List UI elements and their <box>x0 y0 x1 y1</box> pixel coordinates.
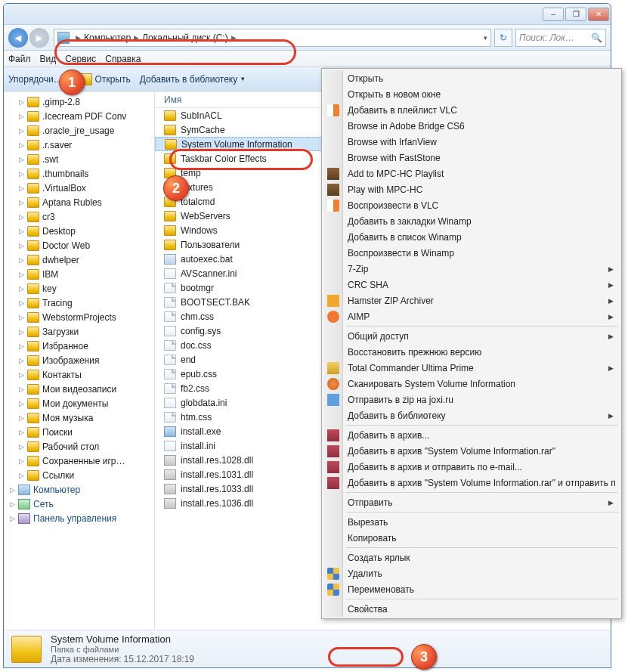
expand-icon[interactable]: ▷ <box>17 370 26 379</box>
tree-folder[interactable]: ▷.r.saver <box>4 138 154 152</box>
expand-icon[interactable]: ▷ <box>17 299 26 307</box>
tree-folder[interactable]: ▷Поиски <box>4 425 154 439</box>
context-item[interactable]: Сканировать System Volume Information <box>323 376 620 392</box>
tree-folder[interactable]: ▷Ссылки <box>4 468 154 482</box>
expand-icon[interactable]: ▷ <box>17 356 26 364</box>
context-item[interactable]: Воспроизвести в VLC <box>323 197 620 213</box>
expand-icon[interactable]: ▷ <box>17 241 26 249</box>
tree-folder[interactable]: ▷Мои документы <box>4 396 154 410</box>
expand-icon[interactable]: ▷ <box>17 270 26 278</box>
context-item[interactable]: Создать ярлык <box>323 550 620 565</box>
context-item[interactable]: Общий доступ▶ <box>323 328 620 344</box>
tree-folder[interactable]: ▷.swt <box>4 152 154 166</box>
context-item[interactable]: 7-Zip▶ <box>323 261 620 277</box>
context-item[interactable]: Добавить в плейлист VLC <box>323 102 620 118</box>
search-input[interactable]: Поиск: Лок… 🔍 <box>515 29 606 47</box>
context-item[interactable]: Свойства <box>323 601 620 617</box>
expand-icon[interactable]: ▷ <box>17 169 26 178</box>
expand-icon[interactable]: ▷ <box>17 313 26 321</box>
tree-computer[interactable]: ▷Компьютер <box>4 482 154 497</box>
tree-folder[interactable]: ▷Tracing <box>4 296 154 310</box>
menu-file[interactable]: Файл <box>8 54 31 64</box>
maximize-button[interactable]: ❐ <box>565 8 586 21</box>
tree-net[interactable]: ▷Сеть <box>4 497 154 511</box>
menu-service[interactable]: Сервис <box>65 54 96 64</box>
tree-folder[interactable]: ▷Избранное <box>4 339 154 353</box>
context-item[interactable]: CRC SHA▶ <box>323 277 620 293</box>
context-item[interactable]: Отправить в zip на joxi.ru <box>323 392 620 407</box>
tree-folder[interactable]: ▷Рабочий стол <box>4 439 154 454</box>
context-item[interactable]: Добавить в список Winamp <box>323 229 620 245</box>
close-button[interactable]: ✕ <box>588 8 609 21</box>
context-item[interactable]: Browse with FastStone <box>323 150 620 166</box>
context-item[interactable]: Восстановить прежнюю версию <box>323 344 620 360</box>
tree-folder[interactable]: ▷.oracle_jre_usage <box>4 123 154 138</box>
refresh-button[interactable]: ↻ <box>494 29 512 47</box>
expand-icon[interactable]: ▷ <box>8 485 17 494</box>
expand-icon[interactable]: ▷ <box>17 457 26 465</box>
expand-icon[interactable]: ▷ <box>17 198 26 206</box>
context-item[interactable]: Browse in Adobe Bridge CS6 <box>323 118 620 134</box>
context-item[interactable]: Добавить в архив... <box>323 427 620 443</box>
tree-folder[interactable]: ▷.gimp-2.8 <box>4 94 154 109</box>
expand-icon[interactable]: ▷ <box>17 413 26 422</box>
context-item[interactable]: Add to MPC-HC Playlist <box>323 166 620 181</box>
forward-button[interactable]: ► <box>29 28 49 48</box>
breadcrumb-computer[interactable]: Компьютер <box>84 33 131 43</box>
expand-icon[interactable]: ▷ <box>17 428 26 436</box>
folder-tree[interactable]: ▷.gimp-2.8▷.Icecream PDF Conv▷.oracle_jr… <box>4 91 155 630</box>
expand-icon[interactable]: ▷ <box>8 514 17 522</box>
context-item[interactable]: Total Commander Ultima Prime▶ <box>323 360 620 376</box>
add-to-library-button[interactable]: Добавить в библиотеку▼ <box>140 74 246 85</box>
expand-icon[interactable]: ▷ <box>17 141 26 149</box>
tree-folder[interactable]: ▷WebstormProjects <box>4 310 154 324</box>
expand-icon[interactable]: ▷ <box>17 327 26 336</box>
tree-folder[interactable]: ▷dwhelper <box>4 252 154 267</box>
context-item[interactable]: Добавить в архив "System Volume Informat… <box>323 443 620 459</box>
expand-icon[interactable]: ▷ <box>17 471 26 479</box>
expand-icon[interactable]: ▷ <box>17 126 26 135</box>
tree-folder[interactable]: ▷.VirtualBox <box>4 181 154 195</box>
context-item[interactable]: Копировать <box>323 530 620 546</box>
context-item[interactable]: Добавить в архив и отправить по e-mail..… <box>323 459 620 475</box>
context-item[interactable]: Удалить <box>323 565 620 581</box>
expand-icon[interactable]: ▷ <box>17 255 26 264</box>
expand-icon[interactable]: ▷ <box>8 500 17 508</box>
expand-icon[interactable]: ▷ <box>17 155 26 163</box>
tree-folder[interactable]: ▷Моя музыка <box>4 410 154 425</box>
expand-icon[interactable]: ▷ <box>17 442 26 451</box>
context-item[interactable]: Browse with IrfanView <box>323 134 620 150</box>
context-item[interactable]: Воспроизвести в Winamp <box>323 245 620 261</box>
tree-folder[interactable]: ▷Изображения <box>4 353 154 367</box>
minimize-button[interactable]: – <box>543 8 564 21</box>
menu-view[interactable]: Вид <box>40 54 57 64</box>
tree-folder[interactable]: ▷Сохраненные игр… <box>4 454 154 468</box>
tree-folder[interactable]: ▷Aptana Rubles <box>4 195 154 209</box>
breadcrumb-drive-c[interactable]: Локальный диск (C:) <box>142 33 228 43</box>
tree-folder[interactable]: ▷Контакты <box>4 367 154 382</box>
tree-folder[interactable]: ▷.thumbnails <box>4 166 154 181</box>
context-item[interactable]: Переименовать <box>323 581 620 597</box>
tree-folder[interactable]: ▷Загрузки <box>4 324 154 339</box>
tree-folder[interactable]: ▷cr3 <box>4 209 154 224</box>
expand-icon[interactable]: ▷ <box>17 227 26 235</box>
expand-icon[interactable]: ▷ <box>17 399 26 407</box>
tree-folder[interactable]: ▷Desktop <box>4 224 154 238</box>
context-item[interactable]: Вырезать <box>323 514 620 530</box>
tree-folder[interactable]: ▷Мои видеозаписи <box>4 382 154 396</box>
tree-cp[interactable]: ▷Панель управления <box>4 511 154 525</box>
expand-icon[interactable]: ▷ <box>17 212 26 221</box>
tree-folder[interactable]: ▷IBM <box>4 267 154 281</box>
context-item[interactable]: Открыть в новом окне <box>323 86 620 102</box>
tree-folder[interactable]: ▷Doctor Web <box>4 238 154 252</box>
open-button[interactable]: Открыть <box>80 73 131 85</box>
context-item[interactable]: Hamster ZIP Archiver▶ <box>323 293 620 308</box>
context-item[interactable]: Play with MPC-HC <box>323 181 620 197</box>
menu-help[interactable]: Справка <box>105 54 141 64</box>
expand-icon[interactable]: ▷ <box>17 385 26 393</box>
context-item[interactable]: Добавить в архив "System Volume Informat… <box>323 475 620 491</box>
context-item[interactable]: AIMP▶ <box>323 308 620 324</box>
context-item[interactable]: Добавить в библиотеку▶ <box>323 407 620 423</box>
expand-icon[interactable]: ▷ <box>17 284 26 293</box>
expand-icon[interactable]: ▷ <box>17 112 26 120</box>
